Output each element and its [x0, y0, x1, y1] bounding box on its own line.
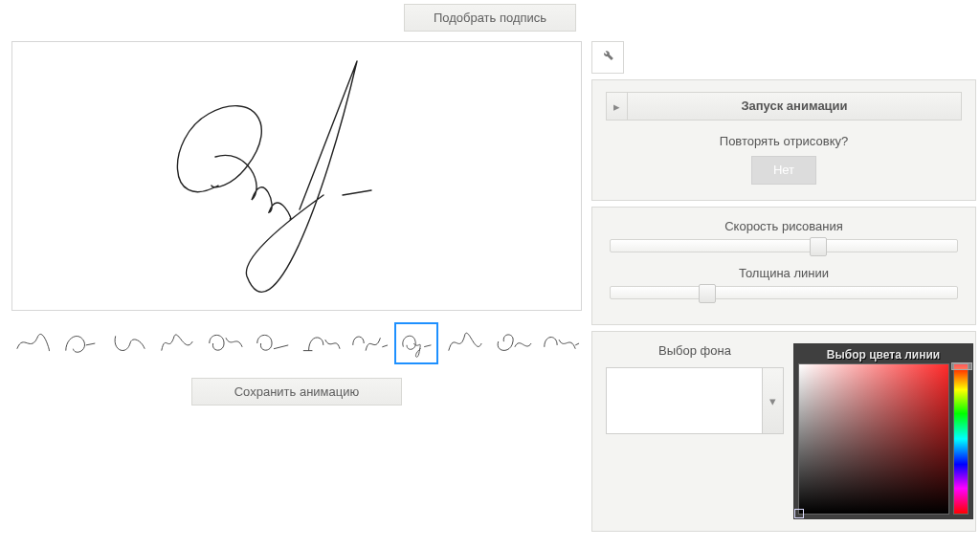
settings-button[interactable]	[591, 41, 624, 74]
line-color-picker[interactable]: Выбор цвета линии	[793, 343, 973, 519]
speed-slider-thumb[interactable]	[810, 237, 827, 256]
thumbnail-7[interactable]	[299, 322, 343, 364]
thickness-label: Толщина линии	[606, 266, 962, 280]
hue-slider[interactable]	[953, 363, 969, 515]
thumbnail-4[interactable]	[155, 322, 199, 364]
thumbnail-3[interactable]	[107, 322, 151, 364]
color-pick-indicator[interactable]	[794, 509, 804, 518]
thickness-slider-thumb[interactable]	[699, 284, 716, 303]
wrench-icon	[601, 50, 614, 64]
thumbnail-6[interactable]	[251, 322, 295, 364]
line-color-title: Выбор цвета линии	[798, 348, 969, 363]
thumbnail-8[interactable]	[346, 322, 390, 364]
background-dropdown-button[interactable]: ▾	[763, 367, 784, 434]
background-swatch	[606, 367, 763, 434]
repeat-toggle-button[interactable]: Нет	[751, 156, 816, 185]
thumbnail-2[interactable]	[59, 322, 103, 364]
signature-canvas	[11, 41, 582, 311]
save-animation-button[interactable]: Сохранить анимацию	[191, 378, 402, 406]
hue-slider-thumb[interactable]	[951, 362, 972, 370]
pick-signature-button[interactable]: Подобрать подпись	[404, 4, 576, 32]
play-icon: ▸	[613, 99, 620, 114]
thumbnail-11[interactable]	[490, 322, 534, 364]
chevron-down-icon: ▾	[769, 394, 776, 408]
thumbnail-10[interactable]	[442, 322, 486, 364]
thumbnail-5[interactable]	[203, 322, 247, 364]
signature-drawing	[156, 52, 424, 300]
play-animation-button[interactable]: ▸ Запуск анимации	[606, 92, 962, 121]
speed-label: Скорость рисования	[606, 219, 962, 233]
signature-thumbnails	[11, 322, 582, 364]
repeat-question-label: Повторять отрисовку?	[606, 134, 962, 148]
thumbnail-9[interactable]	[394, 322, 438, 364]
color-gradient[interactable]	[798, 363, 949, 515]
thumbnail-12[interactable]	[538, 322, 582, 364]
background-label: Выбор фона	[606, 343, 784, 358]
speed-slider[interactable]	[610, 239, 958, 252]
thickness-slider[interactable]	[610, 286, 958, 299]
thumbnail-1[interactable]	[11, 322, 56, 364]
